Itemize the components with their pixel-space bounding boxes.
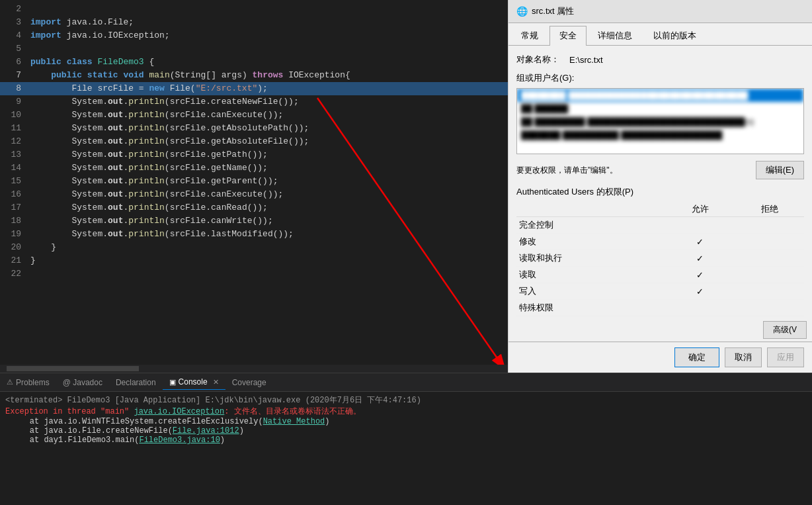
code-line: 9 System.out.println(srcFile.createNewFi… bbox=[0, 95, 508, 109]
code-editor: 2 3 import java.io.File; 4 import java.i… bbox=[0, 0, 508, 373]
code-line: 12 System.out.println(srcFile.getAbsolut… bbox=[0, 135, 508, 148]
user-item-4[interactable]: ███████ ██████████ ██████████████████ bbox=[517, 128, 803, 142]
line-number: 19 bbox=[0, 228, 28, 241]
object-name-value: E:\src.txt bbox=[569, 55, 804, 65]
line-content: public static void main(String[] args) t… bbox=[28, 69, 508, 82]
perm-allow: ✓ bbox=[665, 234, 735, 250]
line-number: 15 bbox=[0, 175, 28, 188]
permission-row: 修改✓ bbox=[516, 234, 804, 250]
exception-link[interactable]: java.io.IOException bbox=[134, 407, 224, 416]
line-number: 22 bbox=[0, 267, 28, 281]
tab-details[interactable]: 详细信息 bbox=[588, 26, 642, 45]
code-line: 15 System.out.println(srcFile.getParent(… bbox=[0, 175, 508, 188]
code-line-highlighted: 8 File srcFile = new File("E:/src.txt"); bbox=[0, 82, 508, 95]
horizontal-scrollbar[interactable] bbox=[0, 365, 508, 373]
perm-deny bbox=[735, 234, 804, 250]
dialog-title: src.txt 属性 bbox=[532, 5, 574, 17]
line-content: System.out.println(srcFile.getAbsolutePa… bbox=[28, 122, 508, 135]
user-item-3[interactable]: ██ █████████ ███████████████████████████… bbox=[517, 115, 803, 128]
code-line: 21 } bbox=[0, 254, 508, 267]
edit-button[interactable]: 编辑(E) bbox=[756, 161, 804, 179]
line-number: 7 bbox=[0, 69, 28, 82]
tab-previous-versions[interactable]: 以前的版本 bbox=[643, 26, 706, 45]
user-item-1[interactable]: ████████ ███████████████████████████████… bbox=[517, 89, 803, 102]
code-line: 14 System.out.println(srcFile.getName())… bbox=[0, 161, 508, 175]
problems-icon: ⚠ bbox=[7, 378, 13, 387]
ok-button[interactable]: 确定 bbox=[674, 347, 719, 367]
line-number: 3 bbox=[0, 16, 28, 29]
perm-deny bbox=[735, 250, 804, 267]
tab-declaration[interactable]: Declaration bbox=[109, 375, 163, 390]
code-line: 22 bbox=[0, 267, 508, 281]
code-line: 3 import java.io.File; bbox=[0, 16, 508, 29]
line-number: 14 bbox=[0, 161, 28, 175]
code-line: 6 public class FileDemo3 { bbox=[0, 56, 508, 69]
line-number: 21 bbox=[0, 254, 28, 267]
line-number: 11 bbox=[0, 122, 28, 135]
perm-allow bbox=[665, 300, 735, 316]
apply-button[interactable]: 应用 bbox=[767, 347, 804, 367]
line-number: 9 bbox=[0, 95, 28, 109]
permission-row: 读取和执行✓ bbox=[516, 250, 804, 267]
line-content: import java.io.IOException; bbox=[28, 29, 508, 42]
tab-javadoc[interactable]: @ Javadoc bbox=[56, 375, 109, 390]
user-item-2[interactable]: ██ ██████ bbox=[517, 102, 803, 115]
code-line: 19 System.out.println(srcFile.lastModifi… bbox=[0, 228, 508, 241]
perm-allow: ✓ bbox=[665, 283, 735, 300]
line-content bbox=[28, 267, 508, 281]
code-line: 17 System.out.println(srcFile.canRead())… bbox=[0, 201, 508, 214]
line-number: 4 bbox=[0, 29, 28, 42]
line-content: System.out.println(srcFile.canExecute())… bbox=[28, 109, 508, 122]
permission-row: 完全控制 bbox=[516, 217, 804, 234]
line-content: System.out.println(srcFile.createNewFile… bbox=[28, 95, 508, 109]
close-tab-icon[interactable]: ✕ bbox=[213, 378, 219, 387]
line-content: } bbox=[28, 241, 508, 254]
code-line: 2 bbox=[0, 3, 508, 16]
line-number: 12 bbox=[0, 135, 28, 148]
perm-deny bbox=[735, 300, 804, 316]
dialog-footer: 确定 取消 应用 bbox=[508, 342, 812, 373]
code-line: 5 bbox=[0, 42, 508, 56]
console-terminated-line: <terminated> FileDemo3 [Java Application… bbox=[5, 394, 807, 406]
perm-name: 读取和执行 bbox=[516, 250, 665, 267]
tab-console[interactable]: ▣ Console ✕ bbox=[163, 375, 225, 390]
line-content: public class FileDemo3 { bbox=[28, 56, 508, 69]
line-content bbox=[28, 3, 508, 16]
cancel-button[interactable]: 取消 bbox=[725, 347, 762, 367]
code-line: 4 import java.io.IOException; bbox=[0, 29, 508, 42]
dialog-title-bar: 🌐 src.txt 属性 bbox=[508, 0, 812, 23]
perm-name: 写入 bbox=[516, 283, 665, 300]
user-list[interactable]: ████████ ███████████████████████████████… bbox=[516, 88, 804, 154]
scroll-thumb[interactable] bbox=[7, 366, 139, 371]
tab-coverage[interactable]: Coverage bbox=[225, 375, 273, 390]
advanced-button[interactable]: 高级(V bbox=[763, 321, 807, 339]
perm-col-allow: 允许 bbox=[665, 202, 735, 217]
line-number: 18 bbox=[0, 214, 28, 228]
code-line: 7 public static void main(String[] args)… bbox=[0, 69, 508, 82]
user-group-label: 组或用户名(G): bbox=[516, 72, 804, 84]
code-line: 16 System.out.println(srcFile.canExecute… bbox=[0, 188, 508, 201]
line-content bbox=[28, 42, 508, 56]
native-method-link[interactable]: Native Method bbox=[263, 417, 325, 426]
dialog-tabs: 常规 安全 详细信息 以前的版本 bbox=[508, 23, 812, 46]
permission-row: 特殊权限 bbox=[516, 300, 804, 316]
tab-security[interactable]: 安全 bbox=[549, 26, 587, 46]
perm-deny bbox=[735, 283, 804, 300]
code-line: 10 System.out.println(srcFile.canExecute… bbox=[0, 109, 508, 122]
file-java-link[interactable]: File.java:1012 bbox=[173, 426, 239, 436]
filedemo3-java-link[interactable]: FileDemo3.java:10 bbox=[139, 436, 220, 445]
line-number: 17 bbox=[0, 201, 28, 214]
perm-allow: ✓ bbox=[665, 267, 735, 283]
code-line: 11 System.out.println(srcFile.getAbsolut… bbox=[0, 122, 508, 135]
perm-col-deny: 拒绝 bbox=[735, 202, 804, 217]
perm-name: 修改 bbox=[516, 234, 665, 250]
line-content: System.out.println(srcFile.canExecute())… bbox=[28, 188, 508, 201]
properties-dialog: 🌐 src.txt 属性 常规 安全 详细信息 以前的版本 对象名称： E:\s… bbox=[508, 0, 812, 373]
perm-name: 特殊权限 bbox=[516, 300, 665, 316]
code-line: 18 System.out.println(srcFile.canWrite()… bbox=[0, 214, 508, 228]
tab-problems[interactable]: ⚠ Problems bbox=[0, 375, 56, 390]
tab-general[interactable]: 常规 bbox=[511, 26, 548, 45]
code-line: 20 } bbox=[0, 241, 508, 254]
line-number: 5 bbox=[0, 42, 28, 56]
perm-allow: ✓ bbox=[665, 250, 735, 267]
